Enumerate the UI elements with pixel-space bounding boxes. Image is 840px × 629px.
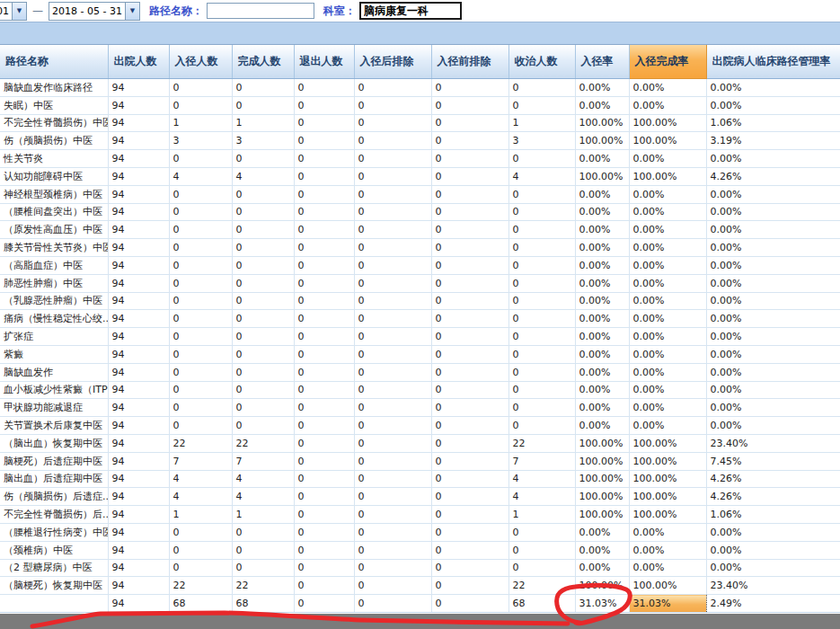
value-cell[interactable]: 0 bbox=[232, 185, 294, 203]
value-cell[interactable]: 0.00% bbox=[629, 559, 706, 577]
value-cell[interactable]: 0 bbox=[508, 559, 575, 577]
value-cell[interactable]: 0 bbox=[354, 150, 431, 168]
value-cell[interactable]: 0 bbox=[169, 185, 232, 203]
value-cell[interactable]: 0.00% bbox=[629, 292, 706, 310]
value-cell[interactable]: 0.00% bbox=[706, 221, 840, 239]
value-cell[interactable]: 0 bbox=[354, 79, 431, 97]
column-header-5[interactable]: 入径后排除 bbox=[354, 45, 431, 79]
value-cell[interactable]: 0 bbox=[508, 185, 575, 203]
value-cell[interactable]: 1 bbox=[508, 506, 575, 524]
value-cell[interactable]: 0 bbox=[294, 363, 354, 381]
value-cell[interactable]: 1.06% bbox=[706, 114, 840, 132]
value-cell[interactable]: 0 bbox=[232, 345, 294, 363]
value-cell[interactable]: 0 bbox=[431, 541, 508, 559]
value-cell[interactable]: 94 bbox=[108, 506, 169, 524]
column-header-8[interactable]: 入径率 bbox=[575, 45, 629, 79]
pathway-name-cell[interactable]: （脑梗死）恢复期中医 bbox=[0, 577, 108, 595]
value-cell[interactable]: 0.00% bbox=[629, 185, 706, 203]
value-cell[interactable]: 100.00% bbox=[629, 577, 706, 595]
pathway-name-cell[interactable]: （颈椎病）中医 bbox=[0, 541, 108, 559]
value-cell[interactable]: 1 bbox=[169, 506, 232, 524]
value-cell[interactable]: 0.00% bbox=[575, 541, 629, 559]
value-cell[interactable]: 0 bbox=[294, 274, 354, 292]
value-cell[interactable]: 0 bbox=[431, 96, 508, 114]
value-cell[interactable]: 0 bbox=[294, 328, 354, 346]
value-cell[interactable]: 0 bbox=[169, 363, 232, 381]
value-cell[interactable]: 94 bbox=[108, 399, 169, 417]
column-header-9[interactable]: 入径完成率 bbox=[629, 45, 706, 79]
value-cell[interactable]: 0.00% bbox=[706, 363, 840, 381]
column-header-1[interactable]: 出院人数 bbox=[108, 45, 169, 79]
value-cell[interactable]: 0 bbox=[232, 381, 294, 399]
value-cell[interactable]: 0.00% bbox=[706, 256, 840, 274]
value-cell[interactable]: 0.00% bbox=[575, 256, 629, 274]
value-cell[interactable]: 0.00% bbox=[629, 328, 706, 346]
value-cell[interactable]: 0.00% bbox=[706, 399, 840, 417]
value-cell[interactable]: 94 bbox=[108, 167, 169, 185]
value-cell[interactable]: 0 bbox=[508, 345, 575, 363]
value-cell[interactable]: 94 bbox=[108, 274, 169, 292]
value-cell[interactable]: 0 bbox=[431, 328, 508, 346]
value-cell[interactable]: 100.00% bbox=[575, 114, 629, 132]
value-cell[interactable]: 31.03% bbox=[575, 595, 629, 613]
value-cell[interactable]: 0 bbox=[431, 595, 508, 613]
value-cell[interactable]: 100.00% bbox=[629, 132, 706, 150]
value-cell[interactable]: 0 bbox=[232, 310, 294, 328]
value-cell[interactable]: 0 bbox=[232, 523, 294, 541]
horizontal-scrollbar[interactable] bbox=[0, 614, 840, 629]
value-cell[interactable]: 7 bbox=[169, 452, 232, 470]
value-cell[interactable]: 0 bbox=[354, 221, 431, 239]
value-cell[interactable]: 0 bbox=[508, 292, 575, 310]
value-cell[interactable]: 94 bbox=[108, 328, 169, 346]
value-cell[interactable]: 0.00% bbox=[629, 79, 706, 97]
value-cell[interactable]: 100.00% bbox=[629, 167, 706, 185]
value-cell[interactable]: 0 bbox=[354, 203, 431, 221]
value-cell[interactable]: 0 bbox=[431, 203, 508, 221]
value-cell[interactable]: 7 bbox=[508, 452, 575, 470]
value-cell[interactable]: 0 bbox=[431, 167, 508, 185]
end-date-select[interactable]: 2018 - 05 - 31 ▼ bbox=[49, 2, 140, 21]
value-cell[interactable]: 0 bbox=[169, 79, 232, 97]
value-cell[interactable]: 0.00% bbox=[706, 328, 840, 346]
value-cell[interactable]: 4 bbox=[508, 470, 575, 488]
column-header-4[interactable]: 退出人数 bbox=[294, 45, 354, 79]
value-cell[interactable]: 68 bbox=[508, 595, 575, 613]
value-cell[interactable]: 0 bbox=[232, 399, 294, 417]
value-cell[interactable]: 94 bbox=[108, 541, 169, 559]
value-cell[interactable]: 100.00% bbox=[575, 506, 629, 524]
value-cell[interactable]: 7 bbox=[232, 452, 294, 470]
value-cell[interactable]: 68 bbox=[232, 595, 294, 613]
value-cell[interactable]: 4 bbox=[169, 167, 232, 185]
dropdown-arrow-icon[interactable]: ▼ bbox=[125, 3, 139, 20]
value-cell[interactable]: 0 bbox=[431, 292, 508, 310]
value-cell[interactable]: 0 bbox=[232, 150, 294, 168]
value-cell[interactable]: 0 bbox=[169, 96, 232, 114]
value-cell[interactable]: 0 bbox=[232, 328, 294, 346]
value-cell[interactable]: 0 bbox=[294, 345, 354, 363]
pathway-name-cell[interactable]: 脑梗死）后遗症期中医 bbox=[0, 452, 108, 470]
value-cell[interactable]: 0 bbox=[508, 239, 575, 257]
value-cell[interactable]: 0 bbox=[294, 256, 354, 274]
pathway-name-cell[interactable]: 脑出血）后遗症期中医 bbox=[0, 470, 108, 488]
value-cell[interactable]: 0.00% bbox=[629, 381, 706, 399]
value-cell[interactable]: 0 bbox=[169, 274, 232, 292]
value-cell[interactable]: 0 bbox=[232, 256, 294, 274]
value-cell[interactable]: 0 bbox=[431, 345, 508, 363]
value-cell[interactable]: 94 bbox=[108, 185, 169, 203]
column-header-2[interactable]: 入径人数 bbox=[169, 45, 232, 79]
value-cell[interactable]: 94 bbox=[108, 470, 169, 488]
value-cell[interactable]: 0 bbox=[508, 328, 575, 346]
value-cell[interactable]: 0 bbox=[169, 541, 232, 559]
value-cell[interactable]: 94 bbox=[108, 132, 169, 150]
value-cell[interactable]: 0 bbox=[294, 185, 354, 203]
value-cell[interactable]: 0.00% bbox=[706, 79, 840, 97]
value-cell[interactable]: 0.00% bbox=[706, 96, 840, 114]
value-cell[interactable]: 3.19% bbox=[706, 132, 840, 150]
value-cell[interactable]: 0 bbox=[354, 381, 431, 399]
value-cell[interactable]: 0 bbox=[431, 417, 508, 435]
value-cell[interactable]: 0.00% bbox=[629, 239, 706, 257]
value-cell[interactable]: 0 bbox=[431, 239, 508, 257]
value-cell[interactable]: 0 bbox=[431, 363, 508, 381]
value-cell[interactable]: 0 bbox=[294, 541, 354, 559]
value-cell[interactable]: 0 bbox=[294, 506, 354, 524]
